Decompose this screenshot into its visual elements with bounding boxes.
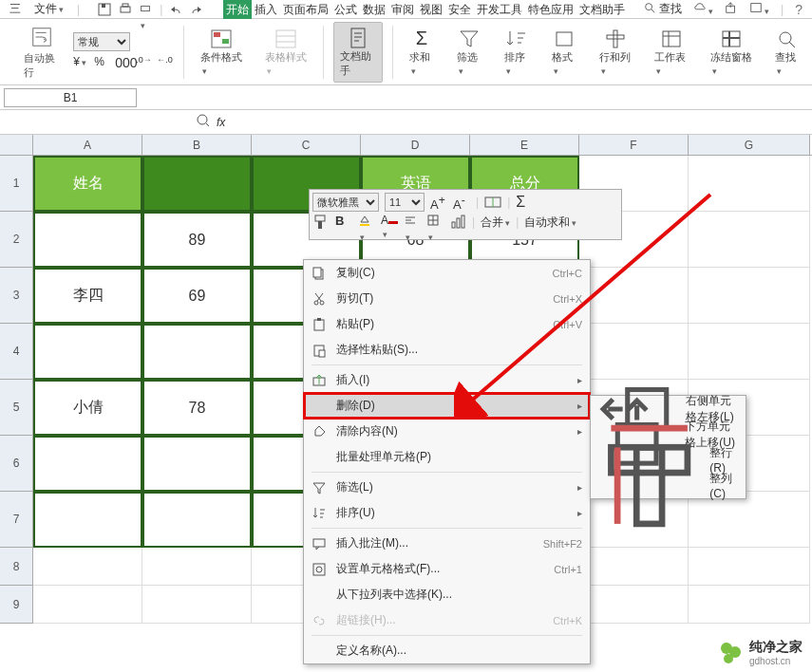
- tab-data[interactable]: 数据: [360, 0, 388, 19]
- cell-A8[interactable]: [33, 548, 142, 586]
- undo-icon[interactable]: [168, 2, 183, 17]
- ctx-dropdown-select[interactable]: 从下拉列表中选择(K)...: [304, 582, 590, 607]
- mini-autosum-label[interactable]: 自动求和: [524, 215, 576, 231]
- tab-view[interactable]: 视图: [417, 0, 445, 19]
- merge-icon[interactable]: [484, 194, 501, 211]
- help-icon[interactable]: ?: [795, 2, 803, 17]
- cell-G7[interactable]: [689, 492, 810, 548]
- menu-trigram-icon[interactable]: 三: [9, 1, 21, 17]
- col-head-G[interactable]: G: [689, 135, 810, 155]
- cell-F3[interactable]: [579, 268, 689, 324]
- percent-icon[interactable]: %: [94, 55, 111, 72]
- wrap-text-icon[interactable]: [29, 25, 54, 49]
- fx-label[interactable]: fx: [217, 116, 225, 129]
- mini-merge-label[interactable]: 合并: [481, 215, 510, 231]
- font-grow-icon[interactable]: A+: [430, 194, 447, 211]
- cell-G2[interactable]: [689, 212, 810, 268]
- cell-A4[interactable]: [33, 324, 142, 380]
- ctx-comment[interactable]: 插入批注(M)...Shift+F2: [304, 531, 590, 556]
- number-format-select[interactable]: 常规: [73, 32, 130, 51]
- row-head-7[interactable]: 7: [0, 492, 33, 548]
- row-head-5[interactable]: 5: [0, 380, 33, 436]
- doc-helper-button[interactable]: 文档助手: [333, 22, 383, 83]
- ctx-copy[interactable]: 复制(C)Ctrl+C: [304, 260, 590, 286]
- chart-icon[interactable]: [449, 214, 466, 231]
- tab-dochelper[interactable]: 文档助手: [576, 0, 628, 19]
- tab-special[interactable]: 特色应用: [525, 0, 576, 19]
- comma-icon[interactable]: 000: [115, 55, 132, 72]
- ctx-define-name[interactable]: 定义名称(A)...: [304, 638, 590, 663]
- cell-A3[interactable]: 李四: [33, 268, 142, 324]
- col-head-C[interactable]: C: [252, 135, 361, 155]
- col-head-B[interactable]: B: [142, 135, 252, 155]
- cell-B2[interactable]: 89: [142, 212, 252, 268]
- freeze-button[interactable]: 冻结窗格: [704, 23, 759, 81]
- col-head-A[interactable]: A: [33, 135, 142, 155]
- cell-A6[interactable]: [33, 436, 142, 492]
- print-direct-icon[interactable]: [118, 2, 133, 17]
- mini-size-select[interactable]: 11: [385, 193, 425, 212]
- ctx-insert[interactable]: 插入(I)▸: [304, 367, 590, 393]
- cell-A2[interactable]: [33, 212, 142, 268]
- currency-icon[interactable]: ¥: [73, 55, 90, 72]
- cell-B7[interactable]: [142, 492, 252, 548]
- autosum-sigma-icon[interactable]: Σ: [516, 194, 533, 211]
- find-button[interactable]: 查找: [768, 23, 806, 81]
- ctx-format-cells[interactable]: 设置单元格格式(F)...Ctrl+1: [304, 556, 590, 582]
- cell-F9[interactable]: [579, 586, 689, 624]
- row-head-2[interactable]: 2: [0, 212, 33, 268]
- rowcol-button[interactable]: 行和列: [593, 23, 639, 81]
- redo-icon[interactable]: [189, 2, 204, 17]
- cell-G1[interactable]: [689, 156, 810, 212]
- cell-B1[interactable]: [142, 156, 252, 212]
- worksheet-button[interactable]: 工作表: [648, 23, 694, 81]
- cell-B6[interactable]: [142, 436, 252, 492]
- cell-A5[interactable]: 小倩: [33, 380, 142, 436]
- ctx-paste-special[interactable]: 选择性粘贴(S)...: [304, 337, 590, 363]
- tab-insert[interactable]: 插入: [252, 0, 280, 19]
- sort-button[interactable]: 排序: [498, 23, 536, 81]
- align-icon[interactable]: [404, 214, 421, 231]
- format-button[interactable]: 格式: [545, 23, 583, 81]
- name-box[interactable]: B1: [4, 88, 137, 107]
- cell-G8[interactable]: [689, 548, 810, 586]
- row-head-6[interactable]: 6: [0, 436, 33, 492]
- cell-B3[interactable]: 69: [142, 268, 252, 324]
- row-head-3[interactable]: 3: [0, 268, 33, 324]
- cell-A7[interactable]: [33, 492, 142, 548]
- decimal-dec-icon[interactable]: ←.0: [157, 55, 174, 72]
- cell-B4[interactable]: [142, 324, 252, 380]
- tab-formula[interactable]: 公式: [331, 0, 360, 19]
- format-painter-icon[interactable]: [312, 214, 330, 231]
- tab-start[interactable]: 开始: [223, 0, 252, 19]
- ctx-filter[interactable]: 筛选(L)▸: [304, 475, 590, 500]
- font-color-icon[interactable]: A: [381, 214, 398, 231]
- row-head-9[interactable]: 9: [0, 586, 33, 624]
- row-head-1[interactable]: 1: [0, 156, 33, 212]
- cell-B5[interactable]: 78: [142, 380, 252, 436]
- zoom-icon[interactable]: [196, 113, 211, 131]
- ribbon-search[interactable]: 查找: [643, 1, 682, 17]
- save-icon[interactable]: [97, 2, 112, 17]
- cell-G3[interactable]: [689, 268, 810, 324]
- col-head-D[interactable]: D: [361, 135, 470, 155]
- row-head-8[interactable]: 8: [0, 548, 33, 586]
- cell-A9[interactable]: [33, 586, 142, 624]
- font-shrink-icon[interactable]: A-: [453, 194, 470, 211]
- ctx-cut[interactable]: 剪切(T)Ctrl+X: [304, 286, 590, 311]
- cloud-icon[interactable]: [693, 1, 713, 17]
- fill-color-icon[interactable]: [358, 214, 375, 231]
- ctx-delete[interactable]: 删除(D)▸: [304, 393, 590, 419]
- cell-G4[interactable]: [689, 324, 810, 380]
- file-menu[interactable]: 文件: [34, 1, 64, 17]
- cell-A1[interactable]: 姓名: [33, 156, 142, 212]
- row-head-4[interactable]: 4: [0, 324, 33, 380]
- tab-review[interactable]: 审阅: [388, 0, 417, 19]
- select-all-corner[interactable]: [0, 135, 33, 155]
- sum-button[interactable]: Σ求和: [403, 23, 441, 81]
- window-icon[interactable]: [749, 1, 769, 17]
- tab-security[interactable]: 安全: [445, 0, 474, 19]
- ctx-paste[interactable]: 粘贴(P)Ctrl+V: [304, 311, 590, 337]
- share-icon[interactable]: [725, 1, 738, 17]
- cell-G9[interactable]: [689, 586, 810, 624]
